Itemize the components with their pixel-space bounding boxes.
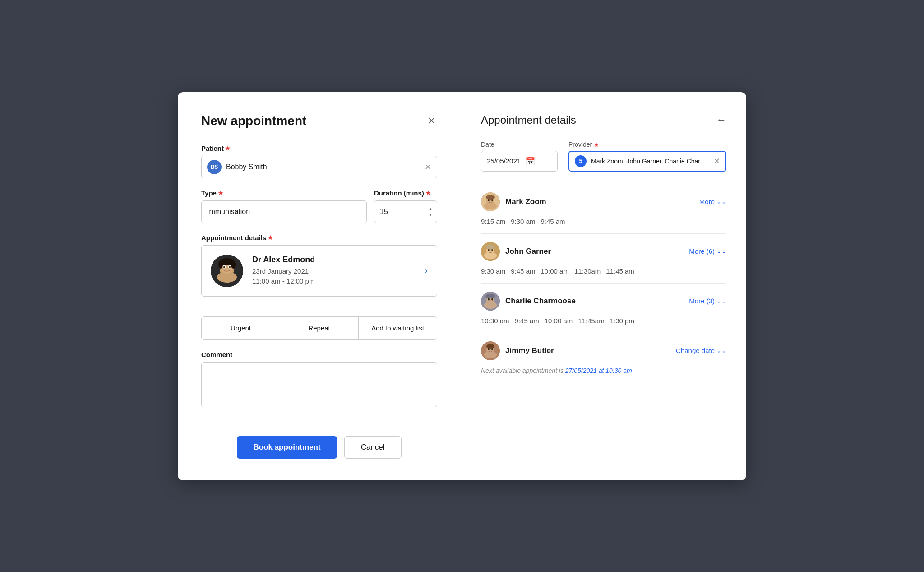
left-panel: New appointment ✕ Patient ★ BS Bobby Smi…: [178, 92, 461, 480]
provider-avatar-charlie: [481, 292, 500, 311]
change-date-link-jimmy[interactable]: Change date ⌄⌄: [676, 347, 726, 354]
waiting-list-button[interactable]: Add to waiting list: [359, 317, 437, 339]
appt-details-required-star: ★: [268, 234, 273, 241]
svg-point-27: [488, 298, 490, 300]
appt-details-card[interactable]: Dr Alex Edmond 23rd January 2021 11:00 a…: [201, 245, 437, 297]
charlie-avatar-svg: [481, 292, 500, 311]
action-buttons-group: Urgent Repeat Add to waiting list: [201, 316, 437, 340]
right-panel-title: Appointment details: [481, 114, 576, 126]
close-button[interactable]: ✕: [425, 114, 437, 128]
chevron-down-charlie: ⌄⌄: [716, 298, 726, 304]
cancel-button[interactable]: Cancel: [344, 436, 402, 459]
svg-point-7: [229, 266, 231, 268]
urgent-button[interactable]: Urgent: [202, 317, 280, 339]
date-value: 25/05/2021: [487, 157, 521, 165]
more-link-john-garner[interactable]: More (6) ⌄⌄: [689, 247, 726, 255]
book-appointment-button[interactable]: Book appointment: [237, 436, 337, 459]
provider-header-jimmy: Jimmy Butler Change date ⌄⌄: [481, 341, 726, 360]
svg-point-13: [484, 202, 497, 209]
slot-john-garner-2[interactable]: 9:45 am: [511, 267, 535, 275]
patient-avatar: BS: [207, 160, 222, 174]
doctor-date: 23rd January 2021: [252, 266, 416, 277]
slot-john-garner-3[interactable]: 10:00 am: [541, 267, 569, 275]
provider-required-star: ★: [594, 141, 599, 148]
date-field-group: Date 25/05/2021 📅: [481, 141, 558, 172]
provider-clear-button[interactable]: ✕: [713, 156, 720, 166]
slot-charlie-1[interactable]: 10:30 am: [481, 317, 509, 325]
doctor-avatar-svg: [211, 255, 243, 287]
svg-point-26: [484, 302, 497, 309]
provider-field-group: Provider ★ 5 Mark Zoom, John Garner, Cha…: [568, 141, 726, 172]
patient-input[interactable]: BS Bobby Smith ✕: [201, 156, 437, 178]
jimmy-no-slots: Next available appointment is 27/05/2021…: [481, 367, 726, 375]
patient-label: Patient ★: [201, 144, 437, 152]
provider-count-badge: 5: [575, 155, 587, 167]
slot-charlie-2[interactable]: 9:45 am: [515, 317, 539, 325]
time-slots-john-garner: 9:30 am 9:45 am 10:00 am 11:30am 11:45 a…: [481, 267, 726, 275]
provider-name-mark-zoom: Mark Zoom: [505, 197, 546, 206]
duration-required-star: ★: [425, 190, 431, 196]
repeat-button[interactable]: Repeat: [280, 317, 359, 339]
time-slots-mark-zoom: 9:15 am 9:30 am 9:45 am: [481, 218, 726, 225]
provider-section-john-garner: John Garner More (6) ⌄⌄ 9:30 am 9:45 am …: [481, 234, 726, 284]
provider-identity-charlie: Charlie Charmoose: [481, 292, 576, 311]
duration-select-wrapper: 15 30 45 60 ▲ ▼: [374, 200, 437, 223]
provider-section-mark-zoom: Mark Zoom More ⌄⌄ 9:15 am 9:30 am 9:45 a…: [481, 184, 726, 234]
back-button[interactable]: ←: [716, 114, 726, 126]
patient-clear-button[interactable]: ✕: [425, 162, 431, 172]
slot-mark-zoom-1[interactable]: 9:15 am: [481, 218, 505, 225]
required-star: ★: [225, 145, 231, 152]
slot-charlie-3[interactable]: 10:00 am: [545, 317, 573, 325]
type-duration-row: Type ★ Immunisation Duration (mins) ★ 15: [201, 189, 437, 223]
slot-mark-zoom-3[interactable]: 9:45 am: [541, 218, 565, 225]
more-link-charlie[interactable]: More (3) ⌄⌄: [689, 297, 726, 305]
mark-zoom-avatar-svg: [481, 192, 500, 211]
provider-section-jimmy: Jimmy Butler Change date ⌄⌄ Next availab…: [481, 333, 726, 383]
provider-avatar-jimmy: [481, 341, 500, 360]
svg-point-6: [223, 266, 225, 268]
provider-avatar-mark-zoom: [481, 192, 500, 211]
type-field-group: Type ★ Immunisation: [201, 189, 367, 223]
doctor-info: Dr Alex Edmond 23rd January 2021 11:00 a…: [252, 255, 416, 287]
comment-field-group: Comment: [201, 351, 437, 409]
svg-point-19: [484, 252, 497, 259]
provider-header-charlie: Charlie Charmoose More (3) ⌄⌄: [481, 292, 726, 311]
chevron-down-jimmy: ⌄⌄: [716, 347, 726, 354]
provider-section-charlie: Charlie Charmoose More (3) ⌄⌄ 10:30 am 9…: [481, 284, 726, 333]
provider-input-box[interactable]: 5 Mark Zoom, John Garner, Charlie Char..…: [568, 151, 726, 172]
type-label: Type ★: [201, 189, 367, 197]
type-select[interactable]: Immunisation: [201, 200, 367, 223]
slot-charlie-4[interactable]: 11:45am: [578, 317, 604, 325]
patient-field-group: Patient ★ BS Bobby Smith ✕: [201, 144, 437, 178]
providers-container: Mark Zoom More ⌄⌄ 9:15 am 9:30 am 9:45 a…: [481, 184, 726, 383]
bottom-actions: Book appointment Cancel: [201, 422, 437, 459]
panel-header: New appointment ✕: [201, 114, 437, 128]
duration-select[interactable]: 15 30 45 60: [374, 200, 437, 223]
type-required-star: ★: [218, 190, 223, 196]
comment-textarea[interactable]: [201, 362, 437, 407]
provider-text: Mark Zoom, John Garner, Charlie Char...: [591, 158, 709, 165]
svg-point-28: [491, 298, 493, 300]
slot-john-garner-4[interactable]: 11:30am: [574, 267, 601, 275]
slot-charlie-5[interactable]: 1:30 pm: [610, 317, 634, 325]
duration-label: Duration (mins) ★: [374, 189, 437, 197]
svg-point-9: [218, 260, 223, 269]
date-input-box[interactable]: 25/05/2021 📅: [481, 151, 558, 172]
john-garner-avatar-svg: [481, 242, 500, 261]
right-panel: Appointment details ← Date 25/05/2021 📅 …: [461, 92, 746, 480]
svg-point-32: [484, 351, 497, 358]
svg-point-29: [485, 294, 495, 298]
slot-john-garner-5[interactable]: 11:45 am: [606, 267, 634, 275]
provider-name-jimmy: Jimmy Butler: [505, 346, 554, 355]
provider-name-charlie: Charlie Charmoose: [505, 297, 576, 306]
more-link-mark-zoom[interactable]: More ⌄⌄: [699, 198, 726, 205]
jimmy-avatar-svg: [481, 341, 500, 360]
svg-point-10: [231, 260, 236, 269]
doctor-name: Dr Alex Edmond: [252, 255, 416, 265]
panel-title: New appointment: [201, 114, 306, 128]
comment-label: Comment: [201, 351, 437, 358]
provider-avatar-john-garner: [481, 242, 500, 261]
slot-mark-zoom-2[interactable]: 9:30 am: [511, 218, 535, 225]
slot-john-garner-1[interactable]: 9:30 am: [481, 267, 505, 275]
next-available-date[interactable]: 27/05/2021 at 10:30 am: [565, 367, 632, 374]
